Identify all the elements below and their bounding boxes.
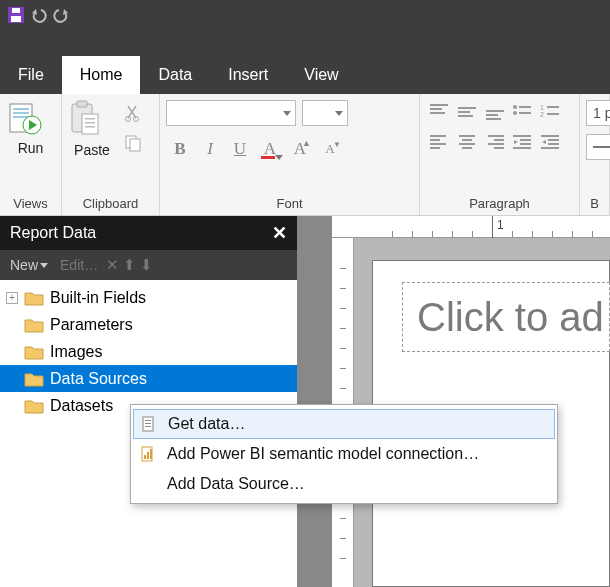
ctx-add-powerbi[interactable]: Add Power BI semantic model connection… xyxy=(133,439,555,469)
align-middle-button[interactable] xyxy=(454,100,480,124)
svg-rect-32 xyxy=(547,106,559,108)
folder-icon xyxy=(24,344,44,360)
panel-close-button[interactable]: ✕ xyxy=(272,222,287,244)
align-left-button[interactable] xyxy=(426,130,452,154)
tree-item-parameters[interactable]: Parameters xyxy=(0,311,297,338)
ctx-label: Add Data Source… xyxy=(167,475,305,493)
expand-placeholder xyxy=(6,319,18,331)
tree-label: Parameters xyxy=(50,316,133,334)
bold-button[interactable]: B xyxy=(166,136,194,162)
redo-icon[interactable] xyxy=(50,4,72,26)
svg-rect-35 xyxy=(430,135,446,137)
svg-rect-24 xyxy=(486,110,504,112)
ctx-add-datasource[interactable]: Add Data Source… xyxy=(133,469,555,499)
border-weight-value: 1 pt xyxy=(593,105,610,121)
tab-view[interactable]: View xyxy=(286,56,356,94)
panel-moveup-icon[interactable]: ⬆ xyxy=(123,256,136,274)
expand-placeholder xyxy=(6,400,18,412)
svg-rect-18 xyxy=(430,104,448,106)
svg-rect-38 xyxy=(430,147,440,149)
tree-item-datasources[interactable]: Data Sources xyxy=(0,365,297,392)
undo-icon[interactable] xyxy=(28,4,50,26)
shrink-font-button[interactable]: A▼ xyxy=(316,136,344,162)
report-title-placeholder[interactable]: Click to ad xyxy=(402,282,610,352)
svg-rect-42 xyxy=(462,147,472,149)
svg-rect-60 xyxy=(144,455,146,459)
svg-rect-30 xyxy=(519,112,531,114)
tree-label: Built-in Fields xyxy=(50,289,146,307)
expand-icon[interactable]: + xyxy=(6,292,18,304)
svg-rect-58 xyxy=(145,426,151,427)
folder-icon xyxy=(24,317,44,333)
svg-rect-54 xyxy=(541,147,559,149)
panel-new-button[interactable]: New xyxy=(6,255,52,275)
blank-icon xyxy=(139,475,157,493)
title-placeholder-text: Click to ad xyxy=(417,295,604,340)
ribbon-group-clipboard: Paste Clipboard xyxy=(62,94,160,215)
decrease-indent-button[interactable] xyxy=(510,130,536,154)
svg-rect-19 xyxy=(430,108,442,110)
align-top-button[interactable] xyxy=(426,100,452,124)
chevron-down-icon xyxy=(275,155,283,160)
border-weight-combo[interactable]: 1 pt xyxy=(586,100,610,126)
design-surface[interactable]: 1 Click to ad xyxy=(298,216,610,587)
chevron-down-icon xyxy=(40,263,48,268)
svg-rect-23 xyxy=(458,115,473,117)
panel-edit-button[interactable]: Edit… xyxy=(56,255,102,275)
increase-indent-button[interactable] xyxy=(538,130,564,154)
group-label-border: B xyxy=(580,193,609,215)
tree-label: Images xyxy=(50,343,102,361)
tree-item-images[interactable]: Images xyxy=(0,338,297,365)
svg-rect-26 xyxy=(486,118,501,120)
panel-movedown-icon[interactable]: ⬇ xyxy=(140,256,153,274)
font-color-button[interactable]: A xyxy=(256,136,284,162)
report-data-panel: Report Data ✕ New Edit… ✕ ⬆ ⬇ + Built-in… xyxy=(0,216,298,587)
run-label: Run xyxy=(7,140,55,156)
cut-button[interactable] xyxy=(120,100,146,126)
copy-button[interactable] xyxy=(120,130,146,156)
svg-rect-12 xyxy=(85,122,95,124)
svg-rect-11 xyxy=(85,118,95,120)
tab-data[interactable]: Data xyxy=(140,56,210,94)
tab-insert[interactable]: Insert xyxy=(210,56,286,94)
bullets-button[interactable] xyxy=(510,100,536,124)
svg-rect-9 xyxy=(77,101,87,107)
ctx-get-data[interactable]: Get data… xyxy=(133,409,555,439)
panel-toolbar: New Edit… ✕ ⬆ ⬇ xyxy=(0,250,297,280)
svg-rect-36 xyxy=(430,139,440,141)
svg-rect-4 xyxy=(13,108,29,110)
grow-font-button[interactable]: A▲ xyxy=(286,136,314,162)
menu-bar: File Home Data Insert View xyxy=(0,56,610,94)
svg-rect-37 xyxy=(430,143,446,145)
align-bottom-button[interactable] xyxy=(482,100,508,124)
folder-icon xyxy=(24,371,44,387)
underline-button[interactable]: U xyxy=(226,136,254,162)
horizontal-ruler: 1 xyxy=(332,216,610,238)
save-icon[interactable] xyxy=(6,4,28,26)
paste-button[interactable]: Paste xyxy=(68,100,116,158)
panel-delete-icon[interactable]: ✕ xyxy=(106,256,119,274)
tab-file[interactable]: File xyxy=(0,56,62,94)
tree-label: Data Sources xyxy=(50,370,147,388)
svg-rect-49 xyxy=(520,143,531,145)
ribbon-group-border: 1 pt B xyxy=(580,94,610,215)
svg-rect-17 xyxy=(130,139,140,151)
svg-rect-5 xyxy=(13,112,29,114)
border-style-combo[interactable] xyxy=(586,134,610,160)
svg-rect-34 xyxy=(547,113,559,115)
align-center-button[interactable] xyxy=(454,130,480,154)
font-size-combo[interactable] xyxy=(302,100,348,126)
run-button[interactable]: Run xyxy=(7,100,55,156)
numbering-button[interactable]: 12 xyxy=(538,100,564,124)
svg-rect-10 xyxy=(82,114,98,134)
group-label-paragraph: Paragraph xyxy=(420,193,579,215)
align-right-button[interactable] xyxy=(482,130,508,154)
tree-label: Datasets xyxy=(50,397,113,415)
svg-rect-2 xyxy=(12,8,20,13)
svg-rect-56 xyxy=(145,420,151,421)
italic-button[interactable]: I xyxy=(196,136,224,162)
tab-home[interactable]: Home xyxy=(62,56,141,94)
tree-item-builtin[interactable]: + Built-in Fields xyxy=(0,284,297,311)
font-family-combo[interactable] xyxy=(166,100,296,126)
group-label-font: Font xyxy=(160,193,419,215)
